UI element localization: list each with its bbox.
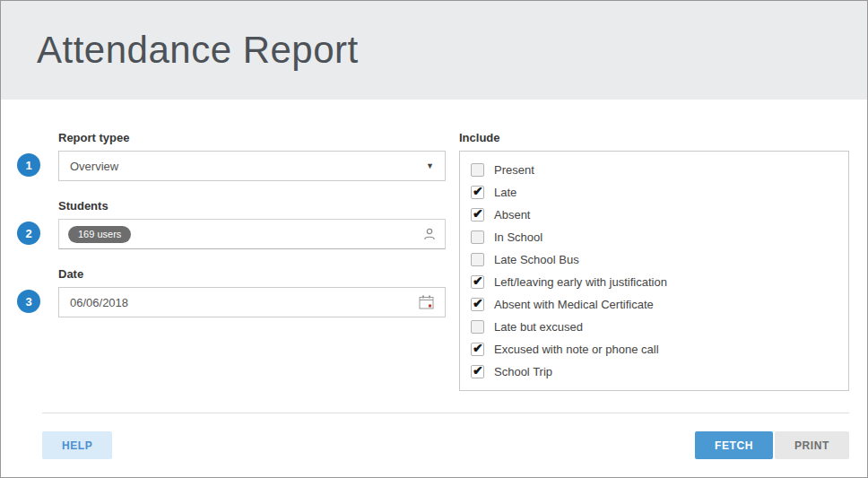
include-option-label: Present [494, 163, 534, 177]
form-left-column: 1 Report typee Overview ▼ 2 Students 169… [58, 131, 446, 413]
students-field: 2 Students 169 users [58, 199, 446, 249]
checkbox[interactable] [471, 186, 484, 199]
checkbox[interactable] [471, 343, 484, 356]
include-option[interactable]: Late [471, 181, 838, 204]
checkbox[interactable] [471, 275, 484, 289]
footer-actions: HELP FETCH PRINT [1, 413, 867, 477]
date-input[interactable]: 06/06/2018 [58, 287, 446, 317]
include-option-label: Excused with note or phone call [494, 343, 659, 356]
include-section: Include Present Late Absent In School La… [459, 131, 849, 413]
include-option[interactable]: Present [471, 159, 838, 181]
report-type-selected-value: Overview [70, 160, 118, 173]
include-option-label: School Trip [494, 365, 552, 378]
checkbox[interactable] [471, 365, 484, 378]
checkbox[interactable] [471, 253, 484, 266]
report-form: 1 Report typee Overview ▼ 2 Students 169… [1, 100, 867, 413]
include-option[interactable]: In School [471, 226, 838, 248]
page-header: Attendance Report [1, 1, 867, 100]
include-option[interactable]: School Trip [471, 361, 838, 383]
include-option[interactable]: Late School Bus [471, 248, 838, 271]
footer-right-buttons: FETCH PRINT [695, 431, 849, 459]
checkbox[interactable] [471, 320, 484, 334]
date-label: Date [58, 267, 446, 282]
report-type-select[interactable]: Overview ▼ [58, 151, 446, 181]
students-count-chip[interactable]: 169 users [68, 226, 131, 243]
include-option[interactable]: Absent with Medical Certificate [471, 293, 838, 316]
date-field: 3 Date 06/06/2018 [58, 267, 446, 317]
report-type-label: Report typee [58, 131, 446, 145]
step-2-badge: 2 [17, 222, 40, 245]
person-icon [423, 228, 436, 240]
attendance-report-page: Attendance Report 1 Report typee Overvie… [0, 0, 868, 478]
include-option-label: Late but excused [494, 320, 583, 334]
step-3-badge: 3 [17, 290, 40, 313]
include-option-label: Left/leaving early with justification [494, 275, 667, 289]
students-input[interactable]: 169 users [58, 219, 446, 249]
print-button[interactable]: PRINT [775, 431, 849, 459]
include-option-label: Absent with Medical Certificate [494, 298, 654, 311]
report-type-field: 1 Report typee Overview ▼ [58, 131, 446, 181]
step-1-badge: 1 [17, 153, 40, 177]
page-title: Attendance Report [37, 29, 359, 72]
dropdown-arrow-icon: ▼ [426, 161, 434, 170]
students-label: Students [58, 199, 446, 213]
calendar-icon[interactable] [419, 295, 434, 309]
include-option[interactable]: Left/leaving early with justification [471, 271, 838, 293]
checkbox[interactable] [471, 298, 484, 311]
include-label: Include [459, 131, 849, 145]
fetch-button[interactable]: FETCH [695, 431, 773, 459]
include-options-list: Present Late Absent In School Late Schoo… [459, 151, 849, 391]
include-option-label: Late School Bus [494, 253, 579, 266]
include-option[interactable]: Late but excused [471, 316, 838, 338]
checkbox[interactable] [471, 230, 484, 244]
include-option-label: Absent [494, 208, 530, 222]
checkbox[interactable] [471, 208, 484, 222]
include-option[interactable]: Absent [471, 204, 838, 226]
help-button[interactable]: HELP [42, 431, 112, 459]
include-option-label: Late [494, 186, 516, 199]
include-option[interactable]: Excused with note or phone call [471, 338, 838, 361]
include-option-label: In School [494, 230, 542, 244]
date-value: 06/06/2018 [70, 296, 128, 309]
checkbox[interactable] [471, 163, 484, 177]
